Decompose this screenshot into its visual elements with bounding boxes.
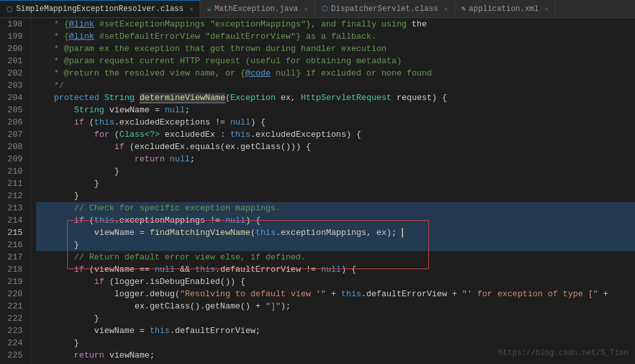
- line-number-203: 203: [5, 79, 23, 92]
- tab-dispatcherServlet[interactable]: ⬡ DispatcherServlet.class ✕: [315, 0, 455, 17]
- code-line-203: */: [36, 79, 635, 92]
- line-number-206: 206: [5, 116, 23, 128]
- line-number-208: 208: [5, 141, 23, 153]
- line-number-224: 224: [5, 337, 23, 349]
- code-line-217: // Return default error view else, if de…: [36, 251, 635, 263]
- tab-close-icon[interactable]: ✕: [545, 5, 548, 13]
- line-number-200: 200: [5, 43, 23, 55]
- code-line-213: // Check for specific exception mappings…: [36, 202, 635, 214]
- java-icon: ☕: [207, 5, 211, 13]
- code-line-222: }: [36, 312, 635, 325]
- line-number-217: 217: [5, 251, 23, 263]
- line-number-202: 202: [5, 67, 23, 79]
- tab-close-icon[interactable]: ✕: [444, 5, 448, 13]
- code-line-206: if (this.excludedExceptions != null) {: [36, 116, 635, 128]
- tab-label: MathException.java: [214, 5, 298, 14]
- line-number-218: 218: [5, 263, 23, 276]
- line-number-214: 214: [5, 214, 23, 227]
- line-number-226: 226: [5, 361, 23, 364]
- class-icon: ⬡: [6, 5, 13, 14]
- line-number-211: 211: [5, 177, 23, 190]
- line-number-gutter: 1981992002012022032042052062072082092102…: [0, 18, 31, 364]
- tab-label: DispatcherServlet.class: [331, 5, 439, 14]
- line-number-205: 205: [5, 104, 23, 116]
- line-number-220: 220: [5, 288, 23, 300]
- code-line-220: logger.debug("Resolving to default view …: [36, 288, 635, 300]
- code-line-200: * @param ex the exception that got throw…: [36, 43, 635, 55]
- code-line-211: }: [36, 177, 635, 190]
- line-number-221: 221: [5, 300, 23, 312]
- code-line-199: * {@link #setDefaultErrorView "defaultEr…: [36, 30, 635, 43]
- line-number-223: 223: [5, 325, 23, 337]
- tab-label: SimpleMappingExceptionResolver.class: [16, 5, 183, 14]
- line-number-216: 216: [5, 239, 23, 251]
- code-line-210: }: [36, 165, 635, 177]
- code-line-218: if (viewName == null && this.defaultErro…: [36, 263, 635, 276]
- code-line-214: if (this.exceptionMappings != null) {: [36, 214, 635, 227]
- code-line-204: protected String determineViewName(Excep…: [36, 92, 635, 104]
- code-line-219: if (logger.isDebugEnabled()) {: [36, 276, 635, 288]
- code-line-209: return null;: [36, 153, 635, 165]
- code-line-216: }: [36, 239, 635, 251]
- code-line-205: String viewName = null;: [36, 104, 635, 116]
- line-number-213: 213: [5, 202, 23, 214]
- tab-bar: ⬡ SimpleMappingExceptionResolver.class ✕…: [0, 0, 635, 18]
- class-icon: ⬡: [322, 5, 328, 13]
- line-number-198: 198: [5, 18, 23, 30]
- line-number-222: 222: [5, 312, 23, 325]
- code-line-208: if (excludedEx.equals(ex.getClass())) {: [36, 141, 635, 153]
- code-line-198: * {@link #setExceptionMappings "exceptio…: [36, 18, 635, 30]
- code-line-215: viewName = findMatchingViewName(this.exc…: [36, 227, 635, 239]
- tab-simpleMappingExceptionResolver[interactable]: ⬡ SimpleMappingExceptionResolver.class ✕: [0, 0, 200, 17]
- code-line-226: }: [36, 361, 635, 364]
- line-number-199: 199: [5, 30, 23, 43]
- line-number-225: 225: [5, 349, 23, 361]
- line-number-219: 219: [5, 276, 23, 288]
- line-number-201: 201: [5, 55, 23, 67]
- line-number-215: 215: [5, 227, 23, 239]
- tab-label: application.xml: [469, 5, 539, 14]
- tab-applicationXml[interactable]: ✎ application.xml ✕: [455, 0, 556, 17]
- code-line-223: viewName = this.defaultErrorView;: [36, 325, 635, 337]
- editor-area: 1981992002012022032042052062072082092102…: [0, 18, 635, 364]
- code-line-202: * @return the resolved view name, or {@c…: [36, 67, 635, 79]
- line-number-212: 212: [5, 190, 23, 202]
- code-line-221: ex.getClass().getName() + "]");: [36, 300, 635, 312]
- line-number-209: 209: [5, 153, 23, 165]
- line-number-204: 204: [5, 92, 23, 104]
- tab-mathException[interactable]: ☕ MathException.java ✕: [200, 0, 315, 17]
- code-line-225: return viewName;: [36, 349, 635, 361]
- code-line-201: * @param request current HTTP request (u…: [36, 55, 635, 67]
- code-line-207: for (Class<?> excludedEx : this.excluded…: [36, 128, 635, 141]
- xml-icon: ✎: [461, 5, 466, 13]
- line-number-210: 210: [5, 165, 23, 177]
- code-line-212: }: [36, 190, 635, 202]
- tab-close-icon[interactable]: ✕: [189, 5, 193, 13]
- tab-close-icon[interactable]: ✕: [304, 5, 308, 13]
- line-number-207: 207: [5, 128, 23, 141]
- code-content[interactable]: * {@link #setExceptionMappings "exceptio…: [31, 18, 635, 364]
- code-line-224: }: [36, 337, 635, 349]
